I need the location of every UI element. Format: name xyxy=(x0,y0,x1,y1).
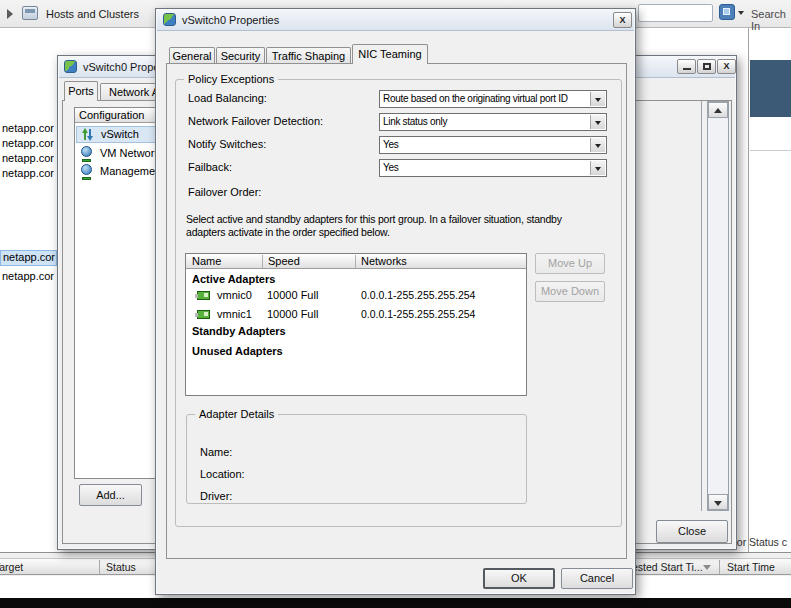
adapter-name: vmnic0 xyxy=(217,289,252,301)
dropdown-arrow-button[interactable] xyxy=(590,138,605,152)
tasks-col-requested-start[interactable]: ested Start Ti... xyxy=(632,561,703,573)
failback-value: Yes xyxy=(383,162,589,173)
configuration-header-label: Configuration xyxy=(79,109,144,121)
inventory-view-title: Hosts and Clusters xyxy=(46,8,139,20)
tasks-col-target[interactable]: Target xyxy=(0,561,23,573)
adapter-details-group: Adapter Details Name: Location: Driver: xyxy=(186,414,527,504)
adapters-table: Name Speed Networks Active Adapters vmni… xyxy=(185,253,527,396)
col-networks[interactable]: Networks xyxy=(361,255,407,267)
detail-location-label: Location: xyxy=(200,468,245,480)
search-caret-icon[interactable] xyxy=(738,11,744,15)
dropdown-arrow-button[interactable] xyxy=(590,92,605,106)
vsphere-client-window: Hosts and Clusters Search In netapp.cor … xyxy=(0,0,791,608)
failover-order-label: Failover Order: xyxy=(188,186,261,198)
dropdown-arrow-button[interactable] xyxy=(590,161,605,175)
col-speed[interactable]: Speed xyxy=(268,255,300,267)
nic-icon xyxy=(197,291,210,300)
tree-item-host-selected[interactable]: netapp.cor xyxy=(0,250,57,266)
adapter-networks: 0.0.0.1-255.255.255.254 xyxy=(361,289,475,301)
group-active-adapters: Active Adapters xyxy=(192,273,275,285)
list-item-label: VM Network xyxy=(100,147,160,159)
vertical-scrollbar[interactable] xyxy=(707,101,729,511)
nic-teaming-dialog: vSwitch0 Properties X General Security T… xyxy=(155,8,636,595)
adapter-speed: 10000 Full xyxy=(267,289,318,301)
front-dialog-title: vSwitch0 Properties xyxy=(182,14,279,26)
scroll-down-button[interactable] xyxy=(708,494,728,510)
tab-security[interactable]: Security xyxy=(216,47,265,64)
column-separator[interactable] xyxy=(355,255,356,268)
notify-switches-label: Notify Switches: xyxy=(188,138,266,150)
adapter-row-vmnic1[interactable]: vmnic1 10000 Full 0.0.0.1-255.255.255.25… xyxy=(186,307,526,325)
front-dialog-titlebar[interactable]: vSwitch0 Properties X xyxy=(157,10,634,31)
group-unused-adapters: Unused Adapters xyxy=(192,345,283,357)
failover-description-line2: adapters activate in the order specified… xyxy=(186,226,390,238)
load-balancing-value: Route based on the originating virtual p… xyxy=(383,93,589,104)
right-panel-divider xyxy=(750,150,791,151)
minimize-button[interactable] xyxy=(677,59,696,74)
tab-nic-teaming[interactable]: NIC Teaming xyxy=(352,44,428,64)
notify-switches-value: Yes xyxy=(383,139,589,150)
notify-switches-select[interactable]: Yes xyxy=(379,136,607,154)
load-balancing-label: Load Balancing: xyxy=(188,92,267,104)
cancel-button[interactable]: Cancel xyxy=(561,568,633,589)
detail-driver-label: Driver: xyxy=(200,490,232,502)
failover-description-line1: Select active and standby adapters for t… xyxy=(186,213,562,225)
tree-item-host[interactable]: netapp.cor xyxy=(0,167,57,183)
detail-name-label: Name: xyxy=(200,446,232,458)
vsphere-app-icon xyxy=(64,60,77,73)
window-bottom-edge xyxy=(0,598,791,608)
move-up-button[interactable]: Move Up xyxy=(535,253,605,274)
tree-item-host[interactable]: netapp.cor xyxy=(0,152,57,168)
tasks-col-status[interactable]: Status xyxy=(106,561,136,573)
nic-icon xyxy=(197,310,210,319)
close-dialog-button[interactable]: X xyxy=(613,12,632,28)
col-name[interactable]: Name xyxy=(192,255,221,267)
adapter-speed: 10000 Full xyxy=(267,308,318,320)
tree-item-host[interactable]: netapp.cor xyxy=(0,137,57,153)
pane-edge xyxy=(701,101,702,511)
vswitch-icon xyxy=(81,128,94,141)
failback-select[interactable]: Yes xyxy=(379,159,607,177)
adapter-name: vmnic1 xyxy=(217,308,252,320)
tab-general[interactable]: General xyxy=(169,47,215,64)
adapters-table-header: Name Speed Networks xyxy=(186,254,526,269)
group-standby-adapters: Standby Adapters xyxy=(192,325,286,337)
adapter-details-label: Adapter Details xyxy=(195,408,278,420)
search-icon[interactable] xyxy=(719,4,735,20)
network-globe-icon xyxy=(81,164,93,180)
add-button[interactable]: Add... xyxy=(79,484,142,506)
adapter-networks: 0.0.0.1-255.255.255.254 xyxy=(361,308,475,320)
pane-splitter[interactable] xyxy=(748,28,749,552)
load-balancing-select[interactable]: Route based on the originating virtual p… xyxy=(379,90,607,108)
adapter-row-vmnic0[interactable]: vmnic0 10000 Full 0.0.0.1-255.255.255.25… xyxy=(186,288,526,306)
tasks-col-start-time[interactable]: Start Time xyxy=(727,561,775,573)
tab-ports[interactable]: Ports xyxy=(64,81,98,101)
vsphere-app-icon xyxy=(163,13,176,26)
column-separator[interactable] xyxy=(99,560,100,574)
dropdown-arrow-button[interactable] xyxy=(590,115,605,129)
nic-teaming-tab-page: Policy Exceptions Load Balancing: Route … xyxy=(166,63,627,559)
tree-item-host[interactable]: netapp.cor xyxy=(0,270,57,286)
toolbar-field[interactable] xyxy=(638,4,713,22)
column-separator[interactable] xyxy=(262,255,263,268)
failover-detection-label: Network Failover Detection: xyxy=(188,115,323,127)
network-globe-icon xyxy=(81,146,93,162)
failover-detection-select[interactable]: Link status only xyxy=(379,113,607,131)
right-panel-header xyxy=(750,60,791,117)
failover-detection-value: Link status only xyxy=(383,116,589,127)
failback-label: Failback: xyxy=(188,161,232,173)
tab-traffic-shaping[interactable]: Traffic Shaping xyxy=(266,47,351,64)
tree-expander-icon[interactable] xyxy=(7,9,13,19)
list-item-label: vSwitch xyxy=(101,128,139,140)
policy-exceptions-label: Policy Exceptions xyxy=(184,73,278,85)
column-separator[interactable] xyxy=(719,560,720,574)
move-down-button[interactable]: Move Down xyxy=(535,281,605,302)
close-button[interactable]: Close xyxy=(656,520,728,543)
close-window-button[interactable]: X xyxy=(717,59,736,74)
tree-item-host[interactable]: netapp.cor xyxy=(0,122,57,138)
tasks-filter-label: t or Status c xyxy=(731,536,787,548)
maximize-button[interactable] xyxy=(697,59,716,74)
ok-button[interactable]: OK xyxy=(483,568,555,589)
scroll-up-button[interactable] xyxy=(708,102,728,118)
search-input[interactable]: Search In xyxy=(751,8,791,32)
